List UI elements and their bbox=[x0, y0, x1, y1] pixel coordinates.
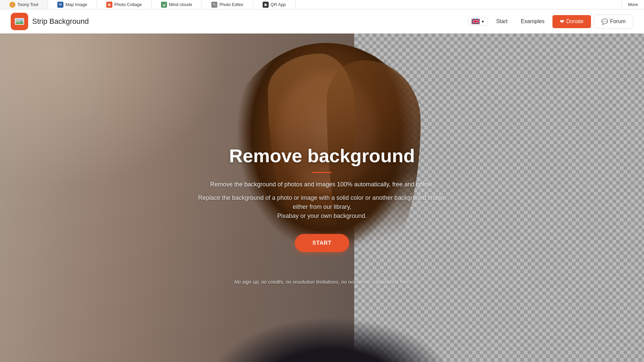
toony-icon: 🎨 bbox=[9, 2, 15, 8]
top-nav: 🎨 Toony Tool M Map Image ▦ Photo Collage… bbox=[0, 0, 644, 9]
hero-content: Remove background Remove the background … bbox=[195, 145, 449, 285]
nav-map-image[interactable]: M Map Image bbox=[48, 0, 97, 9]
forum-chat-icon: 💬 bbox=[601, 18, 608, 25]
nav-qr-app-label: QR App bbox=[271, 2, 286, 7]
collage-icon: ▦ bbox=[106, 2, 112, 8]
nav-photo-editor[interactable]: ✎ Photo Editor bbox=[202, 0, 253, 9]
donate-label: Donate bbox=[566, 18, 584, 24]
hero-divider bbox=[312, 172, 332, 173]
start-link[interactable]: Start bbox=[491, 16, 513, 27]
logo-icon bbox=[11, 13, 28, 30]
nav-photo-collage-label: Photo Collage bbox=[114, 2, 142, 7]
language-selector[interactable]: ▼ bbox=[468, 17, 488, 26]
hero-footer-text: No sign up, no credits, no resolution li… bbox=[195, 279, 449, 285]
nav-mind-clouds[interactable]: ☁ Mind clouds bbox=[152, 0, 202, 9]
flag-uk-icon bbox=[472, 19, 480, 24]
start-button[interactable]: START bbox=[295, 234, 349, 252]
hero-subtitle1: Remove the background of photos and imag… bbox=[195, 181, 449, 188]
hero-subtitle2: Replace the background of a photo or ima… bbox=[195, 193, 449, 221]
hero-title: Remove background bbox=[195, 145, 449, 167]
nav-more-label: More bbox=[628, 2, 638, 7]
nav-photo-collage[interactable]: ▦ Photo Collage bbox=[97, 0, 152, 9]
logo-text: Strip Background bbox=[32, 17, 89, 26]
nav-more[interactable]: More bbox=[622, 0, 644, 9]
nav-map-image-label: Map Image bbox=[65, 2, 87, 7]
hero-section: Remove background Remove the background … bbox=[0, 34, 644, 362]
logo-area[interactable]: Strip Background bbox=[11, 13, 89, 30]
main-header: Strip Background ▼ Start Examples ❤ Dona… bbox=[0, 9, 644, 34]
mind-icon: ☁ bbox=[161, 2, 167, 8]
nav-photo-editor-label: Photo Editor bbox=[219, 2, 244, 7]
nav-mind-clouds-label: Mind clouds bbox=[169, 2, 192, 7]
map-icon: M bbox=[57, 2, 63, 8]
examples-link[interactable]: Examples bbox=[516, 16, 550, 27]
nav-toony-tool-label: Toony Tool bbox=[17, 2, 38, 7]
lang-chevron-icon: ▼ bbox=[481, 20, 484, 23]
donate-heart-icon: ❤ bbox=[560, 18, 564, 25]
qr-icon: ▣ bbox=[263, 2, 269, 8]
forum-label: Forum bbox=[610, 18, 626, 24]
header-nav: ▼ Start Examples ❤ Donate 💬 Forum bbox=[468, 15, 633, 28]
nav-qr-app[interactable]: ▣ QR App bbox=[253, 0, 296, 9]
donate-button[interactable]: ❤ Donate bbox=[552, 15, 591, 28]
photo-edit-icon: ✎ bbox=[211, 2, 217, 8]
forum-button[interactable]: 💬 Forum bbox=[594, 15, 633, 28]
nav-toony-tool[interactable]: 🎨 Toony Tool bbox=[0, 0, 48, 9]
